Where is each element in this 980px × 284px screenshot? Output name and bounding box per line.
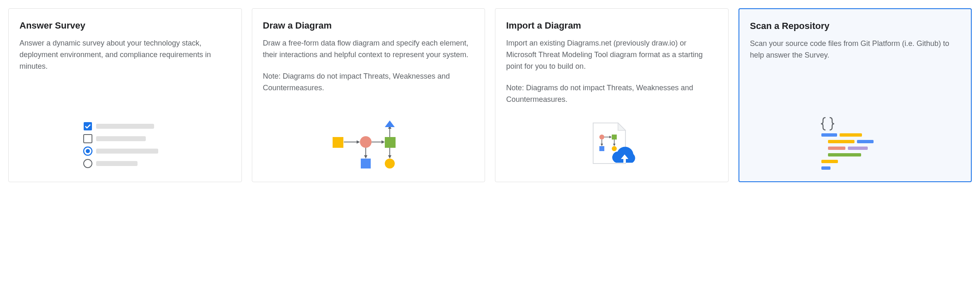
svg-point-24 — [385, 159, 395, 168]
card-note: Note: Diagrams do not impact Threats, We… — [506, 82, 717, 106]
card-draw-diagram[interactable]: Draw a Diagram Draw a free-form data flo… — [252, 8, 485, 182]
svg-rect-37 — [828, 140, 854, 143]
svg-rect-1 — [96, 124, 154, 129]
svg-point-7 — [84, 159, 92, 168]
svg-point-5 — [86, 149, 90, 153]
svg-point-25 — [599, 135, 604, 140]
card-description: Import an existing Diagrams.net (previou… — [506, 38, 717, 72]
svg-rect-8 — [96, 161, 138, 166]
svg-marker-18 — [364, 155, 367, 159]
card-title: Import a Diagram — [506, 20, 717, 31]
svg-rect-28 — [612, 135, 617, 140]
survey-illustration — [19, 112, 231, 170]
svg-rect-0 — [84, 122, 92, 130]
svg-rect-31 — [599, 146, 604, 151]
svg-rect-35 — [821, 133, 837, 137]
svg-marker-10 — [357, 140, 360, 144]
svg-rect-21 — [385, 137, 396, 148]
card-description: Scan your source code files from Git Pla… — [750, 38, 961, 61]
card-title: Scan a Repository — [750, 21, 961, 31]
svg-rect-40 — [848, 147, 868, 150]
svg-rect-3 — [96, 136, 146, 141]
svg-rect-23 — [361, 159, 371, 168]
option-cards: Answer Survey Answer a dynamic survey ab… — [8, 8, 972, 182]
diagram-illustration — [263, 112, 474, 170]
diagram-icon — [323, 120, 414, 170]
card-description: Draw a free-form data flow diagram and s… — [263, 38, 474, 61]
svg-rect-43 — [821, 166, 830, 170]
svg-rect-39 — [828, 147, 845, 150]
svg-rect-36 — [840, 133, 862, 137]
code-icon — [820, 116, 890, 170]
code-illustration — [750, 108, 961, 170]
card-scan-repository[interactable]: Scan a Repository Scan your source code … — [739, 8, 972, 182]
card-note: Note: Diagrams do not impact Threats, We… — [263, 71, 474, 94]
svg-point-20 — [360, 136, 372, 148]
svg-point-34 — [612, 146, 617, 151]
svg-rect-6 — [96, 149, 158, 154]
survey-icon — [80, 120, 171, 170]
svg-rect-19 — [333, 137, 343, 148]
svg-rect-38 — [857, 140, 874, 143]
card-title: Draw a Diagram — [263, 20, 474, 31]
import-illustration — [506, 112, 717, 170]
card-answer-survey[interactable]: Answer Survey Answer a dynamic survey ab… — [8, 8, 242, 182]
card-description: Answer a dynamic survey about your techn… — [19, 38, 231, 72]
svg-rect-41 — [828, 153, 861, 156]
card-title: Answer Survey — [19, 20, 231, 31]
import-icon — [574, 120, 649, 170]
svg-marker-22 — [385, 120, 395, 127]
card-import-diagram[interactable]: Import a Diagram Import an existing Diag… — [495, 8, 729, 182]
svg-marker-16 — [388, 155, 391, 159]
svg-rect-2 — [84, 135, 92, 143]
svg-marker-12 — [381, 140, 385, 144]
svg-rect-42 — [821, 160, 838, 163]
